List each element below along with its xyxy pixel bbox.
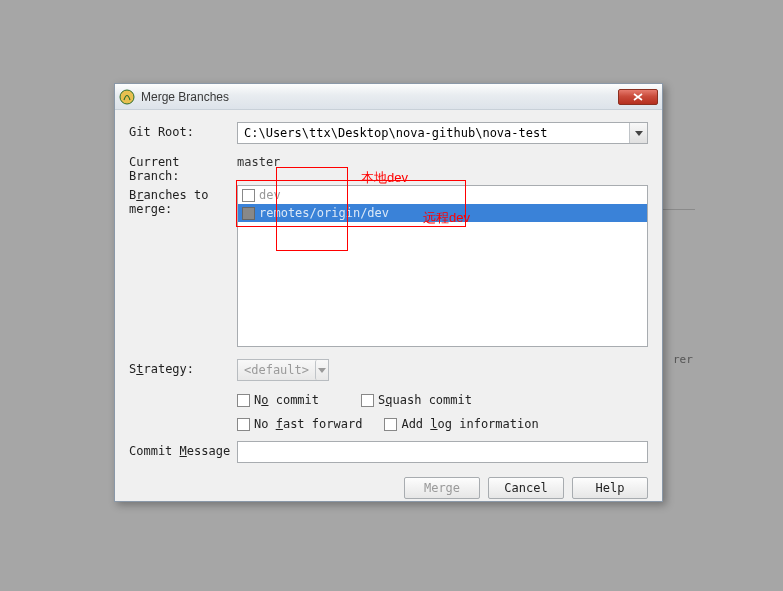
- current-branch-value: master: [237, 152, 280, 169]
- branch-checkbox[interactable]: [242, 207, 255, 220]
- annotation-remote-dev: 远程dev: [423, 209, 470, 227]
- cancel-button[interactable]: Cancel: [488, 477, 564, 499]
- checkbox-icon: [237, 394, 250, 407]
- merge-button[interactable]: Merge: [404, 477, 480, 499]
- annotation-local-dev: 本地dev: [361, 169, 408, 187]
- branch-label: remotes/origin/dev: [259, 206, 389, 220]
- branch-item-dev[interactable]: dev: [238, 186, 647, 204]
- titlebar[interactable]: Merge Branches: [115, 84, 662, 110]
- app-icon: [119, 89, 135, 105]
- git-root-combo[interactable]: C:\Users\ttx\Desktop\nova-github\nova-te…: [237, 122, 648, 144]
- help-button[interactable]: Help: [572, 477, 648, 499]
- background-stray-text: rer: [673, 353, 693, 366]
- commit-message-label: Commit Message: [129, 441, 237, 458]
- strategy-label: Strategy:: [129, 359, 237, 376]
- strategy-dropdown-button[interactable]: [315, 360, 328, 380]
- git-root-label: Git Root:: [129, 122, 237, 139]
- git-root-value: C:\Users\ttx\Desktop\nova-github\nova-te…: [238, 126, 629, 140]
- branches-to-merge-label: Branches to merge:: [129, 185, 237, 216]
- no-commit-checkbox[interactable]: No commit: [237, 393, 319, 407]
- checkbox-icon: [361, 394, 374, 407]
- squash-commit-checkbox[interactable]: Squash commit: [361, 393, 472, 407]
- current-branch-label: Current Branch:: [129, 152, 237, 183]
- strategy-value: <default>: [238, 363, 315, 377]
- branch-label: dev: [259, 188, 281, 202]
- chevron-down-icon: [635, 131, 643, 136]
- commit-message-input[interactable]: [237, 441, 648, 463]
- strategy-combo[interactable]: <default>: [237, 359, 329, 381]
- branch-checkbox[interactable]: [242, 189, 255, 202]
- checkbox-icon: [384, 418, 397, 431]
- checkbox-icon: [237, 418, 250, 431]
- dialog-title: Merge Branches: [141, 90, 618, 104]
- merge-branches-dialog: Merge Branches Git Root: C:\Users\ttx\De…: [114, 83, 663, 502]
- no-fast-forward-checkbox[interactable]: No fast forward: [237, 417, 362, 431]
- svg-point-0: [120, 90, 134, 104]
- git-root-dropdown-button[interactable]: [629, 123, 647, 143]
- add-log-information-checkbox[interactable]: Add log information: [384, 417, 538, 431]
- chevron-down-icon: [318, 368, 326, 373]
- dialog-content: Git Root: C:\Users\ttx\Desktop\nova-gith…: [115, 110, 662, 509]
- close-button[interactable]: [618, 89, 658, 105]
